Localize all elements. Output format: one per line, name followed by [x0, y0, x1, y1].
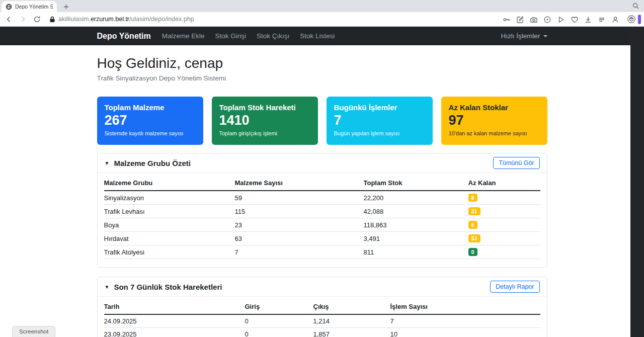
stat-subtitle: Toplam giriş/çıkış işlemi: [219, 130, 310, 136]
play-icon[interactable]: [556, 15, 566, 24]
operation-count: 10: [390, 328, 540, 337]
material-count: 23: [235, 218, 364, 232]
stat-value: 97: [449, 113, 540, 128]
stat-card-total-movements: Toplam Stok Hareketi 1410 Toplam giriş/ç…: [212, 97, 318, 145]
detailed-report-button[interactable]: Detaylı Rapor: [490, 281, 539, 293]
page-subtitle: Trafik Sinyalizasyon Depo Yönetim Sistem…: [97, 74, 547, 82]
url-path: /ulasim/depo/index.php: [129, 16, 194, 23]
stock-in: 0: [245, 328, 313, 337]
col-az-kalan: Az Kalan: [468, 175, 540, 191]
col-cikis: Çıkış: [313, 299, 390, 314]
stats-cards-row: Toplam Malzeme 267 Sistemde kayıtlı malz…: [97, 97, 547, 145]
stat-value: 1410: [219, 113, 310, 128]
material-count: 115: [235, 205, 364, 218]
panel-title: Malzeme Grubu Özeti: [114, 159, 191, 167]
reading-list-icon[interactable]: [597, 15, 606, 24]
browser-tab[interactable]: Depo Yönetim Sistemi: [2, 1, 57, 12]
total-stock: 811: [364, 245, 468, 259]
brand-title[interactable]: Depo Yönetim: [97, 32, 151, 41]
collapse-caret-icon[interactable]: ▼: [105, 284, 110, 290]
movement-date: 24.09.2025: [104, 314, 245, 328]
total-stock: 22,200: [364, 191, 468, 205]
material-count: 63: [235, 232, 364, 245]
site-navbar: Depo Yönetim Malzeme Ekle Stok Girişi St…: [0, 27, 644, 45]
stat-value: 7: [334, 113, 425, 128]
panel-title: Son 7 Günlük Stok Hareketleri: [114, 283, 222, 291]
extension-icon[interactable]: [627, 15, 636, 24]
profile-avatar-pill[interactable]: [638, 15, 641, 24]
url-host: erzurum.bel.tr: [91, 16, 129, 23]
stock-in: 0: [245, 314, 313, 328]
toolbar-extension-icons: [502, 12, 620, 27]
table-row: 23.09.2025 0 1,857 10: [104, 328, 540, 337]
tab-title: Depo Yönetim Sistemi: [15, 4, 53, 10]
page-content: Hoş Geldiniz, cenap Trafik Sinyalizasyon…: [0, 45, 644, 337]
status-bubble: Screenshot: [12, 326, 55, 337]
table-row: 24.09.2025 0 1,214 7: [104, 314, 540, 328]
profile-icon[interactable]: [611, 15, 620, 24]
col-malzeme-sayisi: Malzeme Sayısı: [235, 175, 364, 191]
table-row: Boya 23 118,863 6: [104, 218, 540, 232]
record-icon[interactable]: [543, 15, 552, 24]
low-stock-badge: 6: [468, 221, 477, 229]
stat-title: Toplam Malzeme: [105, 103, 196, 112]
lock-icon[interactable]: [49, 16, 55, 23]
material-count: 59: [235, 191, 364, 205]
total-stock: 118,863: [364, 218, 468, 232]
collapse-caret-icon[interactable]: ▼: [105, 160, 110, 166]
table-row: Trafik Atolyesi 7 811 0: [104, 245, 540, 259]
nav-link-malzeme-ekle[interactable]: Malzeme Ekle: [162, 32, 205, 40]
camera-icon[interactable]: [529, 15, 538, 24]
browser-tab-strip: Depo Yönetim Sistemi: [0, 0, 644, 12]
new-tab-button[interactable]: [61, 2, 71, 12]
low-stock-badge: 31: [468, 207, 480, 215]
group-name: Boya: [104, 218, 235, 232]
col-malzeme-grubu: Malzeme Grubu: [104, 175, 235, 191]
chevron-down-icon: [543, 35, 547, 37]
stat-subtitle: Sistemde kayıtlı malzeme sayısı: [105, 130, 196, 136]
low-stock-badge: 0: [468, 248, 477, 256]
refresh-icon[interactable]: [31, 14, 42, 25]
tab-search-icon[interactable]: [632, 2, 639, 10]
stat-title: Toplam Stok Hareketi: [219, 103, 310, 112]
operation-count: 7: [390, 314, 540, 328]
quick-actions-label: Hızlı İşlemler: [501, 32, 540, 40]
back-icon[interactable]: [3, 14, 14, 25]
stat-card-low-stock: Az Kalan Stoklar 97 10'dan az kalan malz…: [441, 97, 547, 145]
material-count: 7: [235, 245, 364, 259]
table-row: Trafik Levhası 115 42,088 31: [104, 205, 540, 218]
total-stock: 3,491: [364, 232, 468, 245]
stat-value: 267: [105, 113, 196, 128]
stat-subtitle: Bugün yapılan işlem sayısı: [334, 130, 425, 136]
stat-title: Bugünkü İşlemler: [334, 103, 425, 112]
address-bar[interactable]: akilliulasim.erzurum.bel.tr/ulasim/depo/…: [58, 16, 194, 23]
group-name: Trafik Atolyesi: [104, 245, 235, 259]
page-scrollbar-strip[interactable]: [630, 27, 644, 337]
stock-out: 1,214: [313, 314, 390, 328]
compose-icon[interactable]: [516, 15, 525, 24]
heart-icon[interactable]: [570, 15, 579, 24]
stat-card-total-materials: Toplam Malzeme 267 Sistemde kayıtlı malz…: [97, 97, 203, 145]
total-stock: 42,088: [364, 205, 468, 218]
stat-subtitle: 10'dan az kalan malzeme sayısı: [449, 130, 540, 136]
group-name: Sinyalizasyon: [104, 191, 235, 205]
stock-out: 1,857: [313, 328, 390, 337]
col-tarih: Tarih: [104, 299, 245, 314]
group-summary-panel: ▼ Malzeme Grubu Özeti Tümünü Gör Malzeme…: [97, 153, 547, 268]
forward-icon[interactable]: [17, 14, 28, 25]
nav-link-stok-cikisi[interactable]: Stok Çıkışı: [257, 32, 289, 40]
nav-link-stok-listesi[interactable]: Stok Listesi: [300, 32, 335, 40]
url-subdomain: akilliulasim.: [58, 16, 91, 23]
quick-actions-dropdown[interactable]: Hızlı İşlemler: [501, 32, 547, 40]
table-row: Hırdavat 63 3,491 53: [104, 232, 540, 245]
col-giris: Giriş: [245, 299, 313, 314]
low-stock-badge: 8: [468, 194, 477, 202]
group-name: Trafik Levhası: [104, 205, 235, 218]
group-summary-table: Malzeme Grubu Malzeme Sayısı Toplam Stok…: [104, 175, 540, 259]
browser-toolbar: akilliulasim.erzurum.bel.tr/ulasim/depo/…: [0, 12, 644, 27]
nav-link-stok-girisi[interactable]: Stok Girişi: [215, 32, 247, 40]
key-icon[interactable]: [502, 15, 511, 24]
group-name: Hırdavat: [104, 232, 235, 245]
download-icon[interactable]: [584, 15, 593, 24]
see-all-button[interactable]: Tümünü Gör: [493, 157, 539, 169]
